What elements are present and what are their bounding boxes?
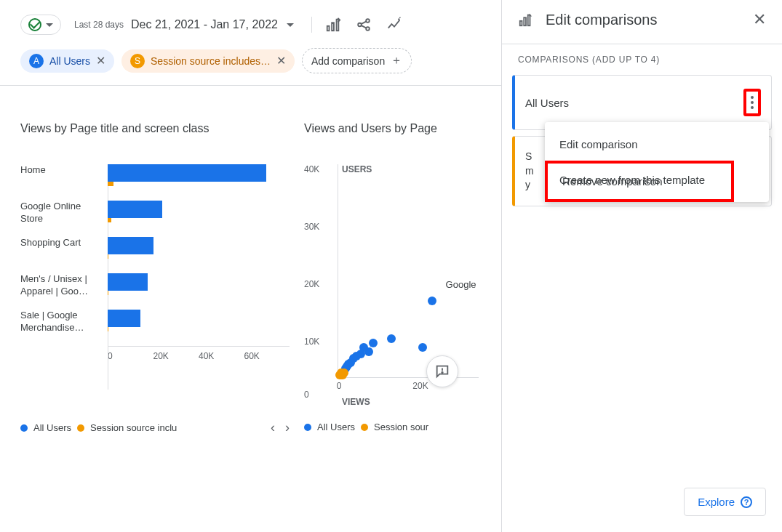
explore-label: Explore xyxy=(698,496,735,508)
svg-rect-0 xyxy=(327,26,330,31)
legend-dot-orange xyxy=(361,424,368,431)
comparison-label: All Users xyxy=(525,97,569,109)
add-comparison-chip[interactable]: Add comparison ＋ xyxy=(302,48,412,73)
date-range-value[interactable]: Dec 21, 2021 - Jan 17, 2022 xyxy=(131,18,278,31)
comparison-label: Smy xyxy=(525,150,534,193)
x-tick: 40K xyxy=(199,351,244,361)
legend-dot-blue xyxy=(304,424,311,431)
y-tick: 10K xyxy=(304,336,319,347)
close-icon[interactable]: ✕ xyxy=(753,10,766,29)
legend-label: All Users xyxy=(33,422,71,433)
chip-all-users[interactable]: A All Users ✕ xyxy=(20,49,114,73)
feedback-icon xyxy=(434,363,450,379)
chip-label: Session source includes… xyxy=(151,55,271,67)
cards-row: Views by Page title and screen class Hom… xyxy=(0,86,501,435)
plus-icon: ＋ xyxy=(391,53,402,68)
bar-x-axis: 0 20K 40K 60K xyxy=(108,346,290,361)
toolbar-icons xyxy=(311,17,402,33)
close-icon[interactable]: ✕ xyxy=(96,54,105,68)
y-tick: 0 xyxy=(304,390,309,400)
card-views-users: Views and Users by Page USERS 40K 30K 20… xyxy=(304,122,479,435)
svg-point-9 xyxy=(442,372,442,373)
legend-dot-blue xyxy=(20,424,28,432)
y-tick: 40K xyxy=(304,164,319,174)
scatter-point xyxy=(387,334,396,343)
x-tick: 0 xyxy=(337,381,342,391)
scatter-point xyxy=(369,339,378,347)
more-menu-icon[interactable] xyxy=(749,94,755,110)
chip-label: Add comparison xyxy=(311,55,385,67)
svg-rect-11 xyxy=(524,17,526,25)
card-views-by-page: Views by Page title and screen class Hom… xyxy=(20,122,290,435)
scatter-point xyxy=(428,297,436,305)
check-icon xyxy=(28,18,41,31)
chart-edit-icon[interactable] xyxy=(325,17,341,33)
edit-comparisons-panel: Edit comparisons ✕ COMPARISONS (ADD UP T… xyxy=(502,0,782,532)
menu-remove-comparison[interactable]: Remove comparison xyxy=(552,164,727,199)
card-title: Views and Users by Page xyxy=(304,122,479,135)
comparison-chips-row: A All Users ✕ S Session source includes…… xyxy=(0,42,501,85)
panel-subtitle: COMPARISONS (ADD UP TO 4) xyxy=(502,44,782,69)
scatter-point xyxy=(418,343,427,352)
y-tick: 20K xyxy=(304,279,319,289)
bar-session-source xyxy=(108,182,113,186)
chip-avatar: A xyxy=(29,54,44,68)
bar-all-users xyxy=(108,273,148,291)
bar-all-users xyxy=(108,310,140,327)
chip-session-source[interactable]: S Session source includes… ✕ xyxy=(121,49,295,73)
x-tick: 0 xyxy=(108,351,153,361)
card-title: Views by Page title and screen class xyxy=(20,122,290,135)
scatter-annotation: Google Online S xyxy=(446,279,479,290)
bar-label: Google Online Store xyxy=(20,201,108,225)
bar-label: Men's / Unisex | Apparel | Goo… xyxy=(20,273,108,298)
chevron-down-icon[interactable] xyxy=(287,23,294,27)
panel-title: Edit comparisons xyxy=(546,12,657,28)
svg-line-6 xyxy=(361,21,366,24)
panel-header: Edit comparisons ✕ xyxy=(502,0,782,39)
y-tick: 30K xyxy=(304,222,319,232)
chip-avatar: S xyxy=(130,54,145,68)
bar-all-users xyxy=(108,201,162,218)
share-icon[interactable] xyxy=(356,17,372,33)
bar-session-source xyxy=(108,327,108,331)
chevron-right-icon[interactable]: › xyxy=(285,420,290,435)
feedback-fab[interactable] xyxy=(426,355,458,387)
insights-icon[interactable] xyxy=(386,17,402,33)
close-icon[interactable]: ✕ xyxy=(276,54,286,68)
legend: All Users Session source inclu ‹ › xyxy=(20,420,290,435)
bar-chart: Home Google Online Store Shopping Cart M… xyxy=(20,164,290,390)
svg-rect-10 xyxy=(520,21,522,25)
legend-dot-orange xyxy=(77,424,84,432)
legend-label: Session sour xyxy=(374,422,428,432)
x-axis-title: VIEWS xyxy=(342,397,370,407)
status-pill[interactable] xyxy=(20,15,61,35)
svg-rect-12 xyxy=(528,15,530,26)
explore-button[interactable]: Explore ? xyxy=(684,488,766,516)
bar-session-source xyxy=(108,218,111,222)
chart-edit-icon xyxy=(518,12,534,28)
toolbar: Last 28 days Dec 21, 2021 - Jan 17, 2022 xyxy=(0,0,501,42)
x-tick: 20K xyxy=(153,351,199,361)
x-tick: 60K xyxy=(244,351,290,361)
legend-label: Session source inclu xyxy=(90,422,177,433)
svg-rect-1 xyxy=(332,23,334,31)
bar-session-source xyxy=(108,254,108,259)
x-tick: 20K xyxy=(412,381,428,391)
scatter-point xyxy=(335,371,344,379)
bar-all-users xyxy=(108,237,153,254)
legend-label: All Users xyxy=(317,422,355,432)
bar-session-source xyxy=(108,291,108,295)
date-range-label: Last 28 days xyxy=(74,20,124,30)
svg-line-7 xyxy=(361,25,366,28)
comparison-menu: Edit comparison Create new from this tem… xyxy=(545,122,769,202)
help-icon: ? xyxy=(741,496,752,508)
bar-label: Shopping Cart xyxy=(20,237,108,249)
chevron-left-icon[interactable]: ‹ xyxy=(271,420,275,435)
menu-edit-comparison[interactable]: Edit comparison xyxy=(545,126,769,162)
legend: All Users Session sour xyxy=(304,422,479,432)
main-area: Last 28 days Dec 21, 2021 - Jan 17, 2022… xyxy=(0,0,502,532)
bar-all-users xyxy=(108,164,266,182)
scatter-area: Google Online S xyxy=(338,164,479,378)
bar-label: Home xyxy=(20,164,108,177)
chevron-down-icon xyxy=(46,23,53,27)
